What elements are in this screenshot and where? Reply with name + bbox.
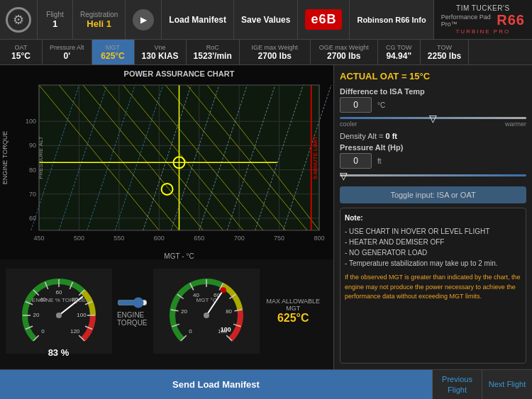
top-navigation-bar: ⚙ Flight 1 Registration Heli 1 ▶ Load Ma… bbox=[0, 0, 532, 40]
r66-info-label[interactable]: Robinson R66 Info bbox=[357, 16, 426, 24]
diff-isa-label: Difference to ISA Temp bbox=[340, 87, 526, 96]
load-manifest-section[interactable]: Load Manifest bbox=[162, 0, 234, 39]
ige-display: IGE max Weight 2700 lbs bbox=[240, 40, 311, 64]
note-warning: If the observed MGT is greater than indi… bbox=[345, 273, 521, 302]
tow-value: 2250 lbs bbox=[428, 51, 461, 61]
torque-gauge-canvas bbox=[6, 269, 112, 354]
vne-label: Vne bbox=[155, 44, 166, 51]
registration-section: Registration Heli 1 bbox=[73, 0, 126, 39]
power-assurance-chart bbox=[0, 65, 333, 262]
max-mgt-value: 625°C bbox=[277, 312, 309, 325]
registration-value: Heli 1 bbox=[87, 18, 111, 29]
registration-label: Registration bbox=[80, 11, 118, 18]
mgt-label: MGT bbox=[106, 44, 120, 51]
main-content: 83 % ENGINE TORQUE MAX ALLOWABLE MGT 625… bbox=[0, 65, 532, 369]
brand-section: TIM TUCKER'S Performance Pad Pro™ R66 TU… bbox=[434, 0, 532, 39]
pressure-alt-label: Pressure Alt bbox=[50, 44, 84, 51]
save-values-label[interactable]: Save Values bbox=[241, 15, 290, 25]
mgt-gauge bbox=[153, 269, 259, 361]
oge-display: OGE max Weight 2700 lbs bbox=[311, 40, 378, 64]
e6b-section[interactable]: e6B bbox=[298, 0, 350, 39]
tow-display: TOW 2250 lbs bbox=[421, 40, 469, 64]
cg-tow-display: CG TOW 94.94" bbox=[378, 40, 421, 64]
brand-type: TURBINE PRO bbox=[455, 28, 510, 35]
note-title: Note: bbox=[345, 213, 521, 223]
settings-section[interactable]: ⚙ bbox=[0, 0, 38, 39]
max-mgt-section: MAX ALLOWABLE MGT 625°C bbox=[258, 298, 328, 332]
flight-value: 1 bbox=[52, 18, 57, 29]
torque-slider[interactable] bbox=[117, 297, 148, 308]
pressure-unit: ft bbox=[377, 157, 382, 165]
torque-gauge: 83 % bbox=[6, 269, 111, 361]
r66-info-section[interactable]: Robinson R66 Info bbox=[350, 0, 433, 39]
previous-flight-button[interactable]: Previous Flight bbox=[433, 370, 482, 399]
note-line-4: - Temperature stabilization may take up … bbox=[345, 258, 521, 269]
info-bar: OAT 15°C Pressure Alt 0' MGT 625°C Vne 1… bbox=[0, 40, 532, 65]
note-line-3: - NO GENERATOR LOAD bbox=[345, 247, 521, 258]
warmer-label: warmer bbox=[505, 120, 526, 128]
cg-tow-value: 94.94" bbox=[386, 51, 411, 61]
pressure-hp-label: Pressure Alt (Hp) bbox=[340, 143, 526, 152]
play-button-section[interactable]: ▶ bbox=[126, 0, 162, 39]
mgt-value: 625°C bbox=[101, 51, 125, 61]
toggle-isa-oat-button[interactable]: Toggle input: ISA or OAT bbox=[340, 186, 526, 203]
torque-value: 83 % bbox=[6, 347, 111, 358]
bottom-bar: Send Load Manifest Previous Flight Next … bbox=[0, 369, 532, 399]
oat-value: 15°C bbox=[11, 51, 31, 61]
diff-unit: °C bbox=[377, 101, 385, 109]
diff-isa-input[interactable]: 0 bbox=[340, 97, 372, 113]
cg-tow-label: CG TOW bbox=[386, 44, 412, 51]
note-section: Note: - USE CHART IN HOVER OR LEVEL FLIG… bbox=[340, 208, 526, 364]
next-flight-button[interactable]: Next Flight bbox=[482, 370, 532, 399]
ige-label: IGE max Weight bbox=[252, 44, 298, 51]
note-line-1: - USE CHART IN HOVER OR LEVEL FLIGHT bbox=[345, 226, 521, 237]
load-manifest-label[interactable]: Load Manifest bbox=[169, 15, 226, 25]
pressure-alt-display: Pressure Alt 0' bbox=[43, 40, 92, 64]
e6b-badge[interactable]: e6B bbox=[305, 9, 342, 30]
left-panel: 83 % ENGINE TORQUE MAX ALLOWABLE MGT 625… bbox=[0, 65, 333, 369]
settings-icon[interactable]: ⚙ bbox=[6, 7, 31, 33]
actual-oat-display: ACTUAL OAT = 15°C bbox=[340, 71, 526, 82]
pressure-alt-value: 0' bbox=[64, 51, 71, 61]
gauges-area: 83 % ENGINE TORQUE MAX ALLOWABLE MGT 625… bbox=[0, 259, 333, 369]
flight-label: Flight bbox=[46, 11, 63, 18]
vne-value: 130 KIAS bbox=[142, 51, 179, 61]
cooler-label: cooler bbox=[340, 120, 358, 128]
oat-display: OAT 15°C bbox=[0, 40, 43, 64]
oge-value: 2700 lbs bbox=[327, 51, 360, 61]
oge-label: OGE max Weight bbox=[319, 44, 369, 51]
note-line-2: - HEATER AND DEMISER OFF bbox=[345, 237, 521, 247]
vne-display: Vne 130 KIAS bbox=[135, 40, 187, 64]
brand-model: R66 bbox=[497, 12, 525, 28]
brand-product: Performance Pad Pro™ bbox=[441, 13, 494, 28]
pressure-hp-input[interactable]: 0 bbox=[340, 153, 372, 169]
torque-slider-section: ENGINE TORQUE bbox=[111, 297, 153, 332]
save-values-section[interactable]: Save Values bbox=[234, 0, 298, 39]
mgt-gauge-canvas bbox=[153, 269, 260, 354]
roc-label: RoC bbox=[206, 44, 219, 51]
right-panel: ACTUAL OAT = 15°C Difference to ISA Temp… bbox=[333, 65, 532, 369]
roc-value: 1523'/min bbox=[194, 51, 232, 61]
roc-display: RoC 1523'/min bbox=[187, 40, 240, 64]
oat-label: OAT bbox=[15, 44, 28, 51]
send-load-manifest-button[interactable]: Send Load Manifest bbox=[0, 370, 433, 399]
engine-torque-slider-label: ENGINE TORQUE bbox=[117, 311, 148, 327]
tow-label: TOW bbox=[437, 44, 452, 51]
ige-value: 2700 lbs bbox=[258, 51, 292, 61]
brand-author: TIM TUCKER'S bbox=[456, 4, 510, 12]
mgt-display[interactable]: MGT 625°C bbox=[92, 40, 135, 64]
flight-section: Flight 1 bbox=[38, 0, 73, 39]
max-mgt-label: MAX ALLOWABLE MGT bbox=[258, 298, 328, 312]
play-icon[interactable]: ▶ bbox=[133, 9, 154, 30]
density-alt-display: Density Alt = 0 ft bbox=[340, 132, 526, 140]
